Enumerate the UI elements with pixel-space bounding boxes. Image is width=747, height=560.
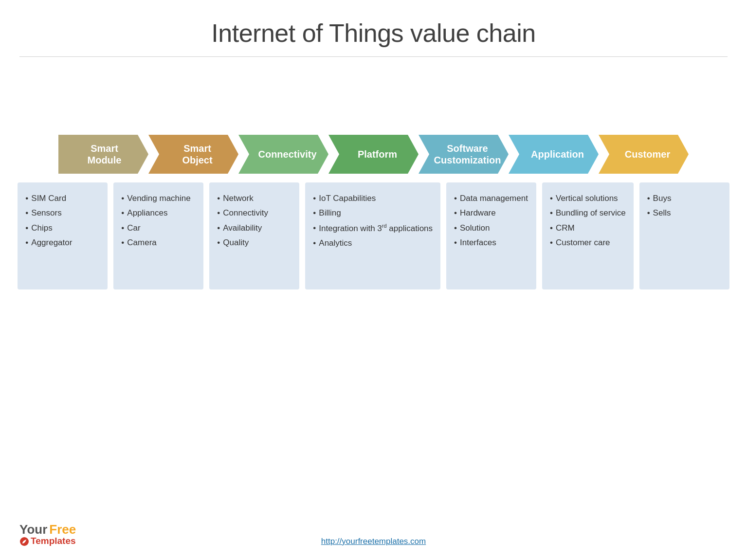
arrow-software-label: SoftwareCustomization: [434, 143, 501, 166]
arrow-smart-object-label: SmartObject: [182, 143, 212, 166]
smart-module-list: SIM Card Sensors Chips Aggregator: [25, 191, 100, 250]
detail-box-platform: IoT Capabilities Billing Integration wit…: [305, 182, 440, 289]
list-item: Connectivity: [217, 206, 292, 220]
list-item: Quality: [217, 235, 292, 250]
smart-object-list: Vending machine Appliances Car Camera: [121, 191, 196, 250]
detail-box-application: Vertical solutions Bundling of service C…: [542, 182, 634, 289]
list-item: IoT Capabilities: [313, 191, 433, 206]
arrow-smart-module-label: SmartModule: [88, 143, 122, 166]
customer-list: Buys Sells: [647, 191, 722, 221]
detail-box-connectivity: Network Connectivity Availability Qualit…: [209, 182, 299, 289]
arrow-smart-module: SmartModule: [58, 135, 148, 174]
list-item: SIM Card: [25, 191, 100, 206]
list-item: Billing: [313, 206, 433, 220]
arrow-chain: SmartModule SmartObject Connectivity Pla…: [0, 135, 747, 174]
arrow-platform-label: Platform: [358, 148, 397, 160]
list-item: Hardware: [454, 206, 528, 220]
software-list: Data management Hardware Solution Interf…: [454, 191, 528, 250]
logo-free-text: Free: [49, 523, 76, 537]
list-item: Vending machine: [121, 191, 196, 206]
platform-list: IoT Capabilities Billing Integration wit…: [313, 191, 433, 251]
logo-top-row: Your Free: [19, 523, 76, 537]
arrow-platform: Platform: [328, 135, 419, 174]
arrow-smart-object: SmartObject: [148, 135, 238, 174]
detail-row: SIM Card Sensors Chips Aggregator Vendin…: [0, 182, 747, 289]
list-item: Sells: [647, 206, 722, 220]
list-item: Analytics: [313, 236, 433, 251]
list-item: Solution: [454, 221, 528, 235]
footer: Your Free Templates http://yourfreetempl…: [0, 537, 747, 546]
list-item: Sensors: [25, 206, 100, 220]
logo-bottom-row: Templates: [19, 536, 76, 546]
list-item: Availability: [217, 221, 292, 235]
header-divider: [19, 56, 728, 57]
arrow-connectivity: Connectivity: [238, 135, 328, 174]
list-item: Chips: [25, 221, 100, 235]
detail-box-smart-module: SIM Card Sensors Chips Aggregator: [18, 182, 108, 289]
detail-box-customer: Buys Sells: [639, 182, 729, 289]
detail-box-software: Data management Hardware Solution Interf…: [446, 182, 536, 289]
page-title: Internet of Things value chain: [0, 0, 747, 48]
list-item: Customer care: [550, 235, 626, 250]
detail-box-smart-object: Vending machine Appliances Car Camera: [113, 182, 203, 289]
logo: Your Free Templates: [19, 523, 76, 546]
list-item: Buys: [647, 191, 722, 206]
list-item: Aggregator: [25, 235, 100, 250]
footer-link[interactable]: http://yourfreetemplates.com: [321, 537, 426, 546]
connectivity-list: Network Connectivity Availability Qualit…: [217, 191, 292, 250]
list-item: Appliances: [121, 206, 196, 220]
list-item: Integration with 3rd applications: [313, 221, 433, 236]
arrow-customer-label: Customer: [625, 148, 670, 160]
application-list: Vertical solutions Bundling of service C…: [550, 191, 626, 250]
list-item: Camera: [121, 235, 196, 250]
arrow-connectivity-label: Connectivity: [258, 148, 316, 160]
logo-your-text: Your: [19, 523, 47, 537]
list-item: Network: [217, 191, 292, 206]
list-item: Bundling of service: [550, 206, 626, 220]
arrow-software: SoftwareCustomization: [419, 135, 509, 174]
list-item: Vertical solutions: [550, 191, 626, 206]
arrow-application-label: Application: [531, 148, 584, 160]
list-item: CRM: [550, 221, 626, 235]
logo-icon: [19, 537, 29, 546]
arrow-customer: Customer: [599, 135, 689, 174]
list-item: Interfaces: [454, 235, 528, 250]
arrow-application: Application: [509, 135, 599, 174]
list-item: Car: [121, 221, 196, 235]
logo-templates-text: Templates: [31, 536, 76, 546]
list-item: Data management: [454, 191, 528, 206]
